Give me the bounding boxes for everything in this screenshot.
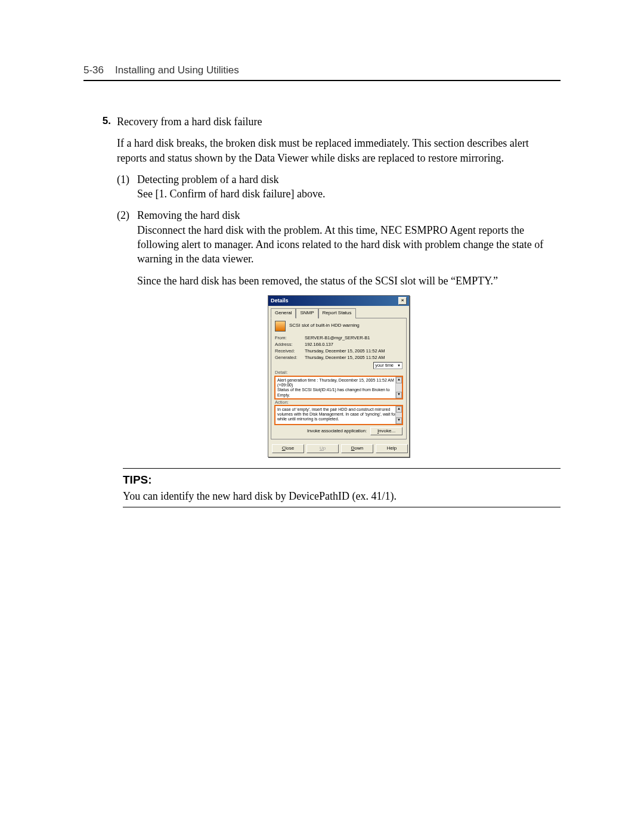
substep-2-title: Removing the hard disk	[137, 208, 561, 222]
step-title: Recovery from a hard disk failure	[117, 114, 561, 129]
tips-body: You can identify the new hard disk by De…	[123, 489, 561, 503]
invoke-button[interactable]: IInvoke...nvoke...	[370, 427, 402, 436]
generated-value: Thursday, December 15, 2005 11:52 AM	[305, 355, 402, 361]
close-button[interactable]: CloseClose	[272, 444, 304, 453]
generated-label: Generated:	[275, 355, 301, 361]
from-label: From:	[275, 335, 301, 341]
time-zone-value: your time	[375, 363, 394, 368]
substep-2-p2: Since the hard disk has been removed, th…	[137, 274, 561, 288]
step-number: 5.	[83, 114, 117, 128]
dialog-titlebar[interactable]: Details ×	[268, 296, 409, 306]
chevron-down-icon: ▼	[397, 363, 401, 368]
scroll-down-icon[interactable]: ▼	[396, 417, 402, 424]
address-value: 192.168.0.137	[305, 342, 402, 348]
tips-box: TIPS: You can identify the new hard disk…	[123, 468, 561, 507]
step-intro: If a hard disk breaks, the broken disk m…	[117, 136, 561, 165]
tab-report-status[interactable]: Report Status	[318, 308, 356, 318]
substep-2-p1: Disconnect the hard disk with the proble…	[137, 223, 561, 267]
warning-icon	[275, 321, 286, 332]
received-label: Received:	[275, 348, 301, 354]
detail-text: Alert generation time : Thursday, Decemb…	[277, 378, 395, 397]
up-button[interactable]: UpUp	[306, 444, 339, 453]
down-button[interactable]: DownDown	[341, 444, 373, 453]
from-value: SERVER-B1@mgr_SERVER-B1	[305, 335, 402, 341]
tab-general[interactable]: General	[271, 308, 296, 318]
close-icon[interactable]: ×	[398, 297, 407, 305]
detail-textarea[interactable]: Alert generation time : Thursday, Decemb…	[275, 376, 402, 399]
tips-heading: TIPS:	[123, 472, 561, 488]
tab-snmp[interactable]: SNMP	[296, 308, 318, 318]
scrollbar[interactable]: ▲ ▼	[395, 406, 402, 424]
received-value: Thursday, December 15, 2005 11:52 AM	[305, 348, 402, 354]
substep-1-body: See [1. Confirm of hard disk failure] ab…	[137, 187, 561, 201]
action-text: In case of 'empty', insert the pair HDD …	[277, 407, 401, 422]
section-title: Installing and Using Utilities	[115, 64, 239, 76]
invoke-label: Invoke associated application:	[307, 428, 367, 434]
scroll-down-icon[interactable]: ▼	[396, 392, 402, 398]
detail-label: Detail:	[275, 370, 402, 376]
scrollbar[interactable]: ▲ ▼	[395, 377, 402, 398]
help-button[interactable]: Help	[376, 444, 408, 453]
substep-1-number: (1)	[117, 172, 137, 187]
page-number: 5-36	[83, 64, 104, 76]
alert-summary: SCSI slot of built-in HDD warning	[289, 323, 360, 329]
page-header: 5-36 Installing and Using Utilities	[83, 64, 561, 81]
action-label: Action:	[275, 400, 402, 405]
address-label: Address:	[275, 342, 301, 348]
dialog-title: Details	[271, 297, 289, 304]
substep-2-number: (2)	[117, 208, 137, 222]
substep-1-title: Detecting problem of a hard disk	[137, 172, 561, 187]
action-textarea[interactable]: In case of 'empty', insert the pair HDD …	[275, 405, 402, 425]
details-dialog: Details × General SNMP Report Status SCS…	[268, 295, 410, 457]
scroll-up-icon[interactable]: ▲	[396, 406, 402, 413]
scroll-up-icon[interactable]: ▲	[396, 377, 402, 383]
time-zone-select[interactable]: your time ▼	[373, 362, 402, 369]
